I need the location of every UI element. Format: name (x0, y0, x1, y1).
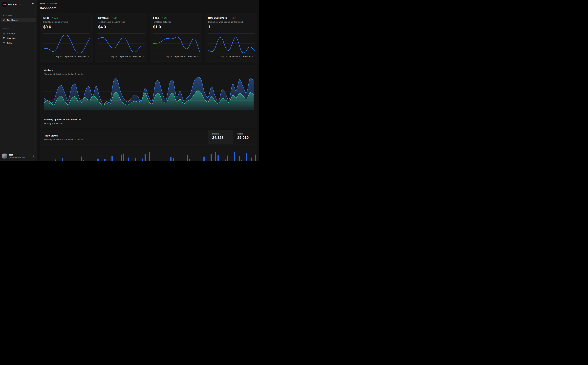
main-content: Home Makerkit Dashboard MRR 20% Monthly … (38, 0, 259, 161)
bar (149, 152, 150, 161)
bar (145, 154, 146, 161)
toggle-label: Desktop (212, 133, 229, 135)
bar (217, 155, 219, 161)
stat-title: Fees (153, 16, 159, 19)
stat-card-new-customers: New Customers -25% Customers who signed … (205, 13, 257, 62)
stat-description: Total revenue including fees (98, 21, 144, 23)
sidebar-item-settings[interactable]: Settings (1, 31, 36, 36)
bar (97, 159, 99, 161)
stat-delta-badge: 12% (111, 17, 118, 19)
stat-title: Revenue (98, 16, 109, 19)
page-views-subtitle: Showing total visitors for the last 3 mo… (44, 138, 84, 141)
page-views-header: Page Views Showing total visitors for th… (40, 130, 257, 144)
bar (135, 158, 136, 161)
bar (173, 158, 174, 161)
sidebar-item-label: Billing (7, 42, 13, 44)
sidebar-item-members[interactable]: Members (1, 36, 36, 41)
stat-value: $1.0 (153, 25, 199, 29)
layout-dashboard-icon (3, 19, 5, 21)
sidebar-item-label: Dashboard (7, 19, 18, 21)
bell-icon (32, 3, 35, 6)
stat-card-mrr: MRR 20% Monthly recurring revenue $9.6 J… (40, 13, 92, 62)
bar (123, 154, 125, 161)
arrow-down-icon (229, 17, 231, 19)
sidebar-item-billing[interactable]: Billing (1, 41, 36, 45)
chevron-right-icon (47, 3, 48, 5)
workspace-name: Makerkit (8, 3, 17, 6)
x-axis-labels: July 24 September 24 December 24 (43, 55, 90, 58)
sidebar-item-label: Members (7, 37, 16, 40)
bar (187, 155, 188, 161)
logo-letter: m (3, 3, 6, 6)
makerkit-logo: m (2, 2, 7, 7)
x-axis-labels: July 24 September 24 December 24 (98, 55, 145, 58)
bar (128, 158, 129, 161)
toggle-value: 24,828 (212, 135, 229, 140)
bar (142, 159, 143, 161)
user-name: test (9, 154, 25, 156)
chevrons-up-down-icon (33, 155, 35, 157)
stat-description: Monthly recurring revenue (43, 21, 89, 23)
workspace-selector[interactable]: m Makerkit (2, 2, 21, 7)
arrow-up-icon (51, 17, 53, 19)
arrow-up-icon (161, 17, 163, 19)
stat-title: New Customers (208, 16, 227, 19)
bar (62, 158, 63, 161)
page-views-toggles: Desktop 24,828 Mobile 25,010 (208, 130, 257, 144)
stat-description: Customers who signed up this month (208, 21, 254, 23)
bar (111, 156, 113, 161)
credit-card-icon (3, 42, 5, 44)
stat-delta-badge: -25% (229, 17, 236, 19)
bar (55, 160, 56, 161)
user-info: test test@makerkit.dev (9, 154, 25, 159)
bar (234, 152, 235, 161)
toggle-mobile[interactable]: Mobile 25,010 (233, 130, 257, 144)
gear-icon (3, 32, 5, 35)
stat-card-fees: Fees 9% Total fees collected $1.0 July 2… (150, 13, 202, 62)
sidebar-item-dashboard[interactable]: Dashboard (1, 18, 36, 22)
section-label-application: Application (0, 14, 37, 16)
app-root: m Makerkit Application Dashboard Setting… (0, 0, 259, 161)
stat-cards-row: MRR 20% Monthly recurring revenue $9.6 J… (40, 13, 257, 62)
page-views-title: Page Views (44, 134, 84, 137)
sidebar-nav-settings: Settings Members Billing (0, 31, 37, 46)
toggle-value: 25,010 (237, 135, 253, 140)
toggle-desktop[interactable]: Desktop 24,828 (208, 130, 233, 144)
arrow-up-icon (111, 17, 113, 19)
breadcrumb: Home Makerkit (40, 2, 257, 5)
user-avatar (2, 154, 7, 159)
stat-value: $4.3 (98, 25, 144, 29)
fees-sparkline-chart (153, 33, 200, 53)
bar (225, 160, 226, 161)
toggle-label: Mobile (237, 133, 253, 135)
visitors-footer: Trending up by 5.2% this month January -… (44, 118, 81, 125)
bar (189, 159, 190, 161)
user-menu[interactable]: test test@makerkit.dev (0, 152, 37, 161)
user-email: test@makerkit.dev (9, 156, 25, 159)
bar (215, 152, 216, 161)
page-title: Dashboard (40, 6, 257, 10)
bar (83, 160, 84, 161)
bar (246, 153, 247, 161)
bar (170, 157, 172, 161)
trending-up-icon (79, 119, 81, 121)
breadcrumb-home-link[interactable]: Home (40, 2, 45, 5)
users-icon (3, 37, 5, 40)
mrr-sparkline-chart (43, 33, 90, 53)
bar (211, 154, 212, 161)
x-axis-labels: July 24 September 24 December 24 (208, 55, 255, 58)
page-views-card: Page Views Showing total visitors for th… (40, 130, 257, 161)
section-label-settings: Settings (0, 28, 37, 30)
stat-delta-badge: 20% (51, 17, 58, 19)
notifications-button[interactable] (31, 3, 35, 6)
stat-title: MRR (43, 16, 49, 19)
breadcrumb-current: Makerkit (49, 2, 57, 5)
bar (203, 156, 205, 161)
page-views-bar-chart (40, 144, 257, 161)
bar (81, 156, 82, 161)
stat-value: $9.6 (43, 25, 89, 29)
bar (241, 160, 242, 161)
bar (227, 155, 228, 161)
revenue-sparkline-chart (98, 33, 145, 53)
stat-delta-badge: 9% (161, 17, 166, 19)
